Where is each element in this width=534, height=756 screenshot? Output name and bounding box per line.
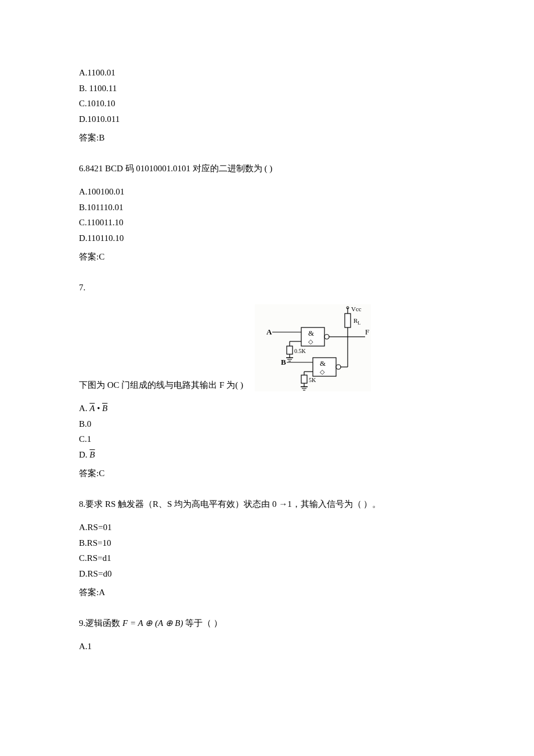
q8-option-a: A.RS=01 [79,521,455,534]
q9-stem: 9.逻辑函数 F = A ⊕ (A ⊕ B) 等于（ ） [79,617,455,630]
svg-point-9 [324,334,329,339]
diagram-vcc-label: Vcc [351,305,362,312]
q7-option-c: C.1 [79,433,455,446]
q6-answer: 答案:C [79,250,455,264]
q7-option-a-overline-b: B [102,404,107,413]
svg-rect-14 [287,346,293,354]
q7-stem-text: 下图为 OC 门组成的线与电路其输出 F 为( ) [79,379,243,392]
svg-text:◇: ◇ [320,368,325,375]
diagram-r1-label: 0.5K [294,348,306,354]
diagram-f-label: F [365,327,369,336]
q6-stem: 6.8421 BCD 码 01010001.0101 对应的二进制数为 ( ) [79,162,455,175]
diagram-r2-label: 5K [309,377,316,383]
q6-option-d: D.110110.10 [79,232,455,245]
q7-option-a-dot: • [95,404,102,413]
q5-option-b: B. 1100.11 [79,82,455,95]
q5-option-d: D.1010.011 [79,113,455,126]
q7-option-a: A. A • B [79,402,455,415]
q9-option-a: A.1 [79,640,455,653]
q7-option-d-overline-b: B [89,450,95,459]
svg-rect-3 [345,314,351,327]
q6-option-c: C.110011.10 [79,216,455,229]
q7-option-b: B.0 [79,417,455,431]
document-page: A.1100.01 B. 1100.11 C.1010.10 D.1010.01… [0,0,534,679]
q9-prefix: 9.逻辑函数 [79,618,120,628]
q5-option-c: C.1010.10 [79,97,455,110]
q7-option-a-prefix: A. [79,404,88,413]
diagram-gate1-symbol: & [308,329,314,337]
q7-number: 7. [79,281,455,294]
q7-stem-row: 下图为 OC 门组成的线与电路其输出 F 为( ) Vcc RL F & ◇ [79,304,455,391]
q7-circuit-diagram: Vcc RL F & ◇ A 0.5K [255,304,371,391]
q8-stem: 8.要求 RS 触发器（R、S 均为高电平有效）状态由 0 →1，其输入信号为（… [79,498,455,511]
q8-option-d: D.RS=d0 [79,567,455,581]
q6-option-a: A.100100.01 [79,185,455,199]
q7-answer: 答案:C [79,467,455,480]
diagram-b-label: B [281,358,286,366]
q6-option-b: B.101110.01 [79,201,455,214]
q8-answer: 答案:A [79,586,455,599]
svg-rect-26 [301,375,307,383]
q7-option-a-overline-a: A [89,404,95,413]
svg-point-21 [336,365,341,369]
q9-suffix: 等于（ ） [185,618,222,628]
q9-formula: F = A ⊕ (A ⊕ B) [122,618,183,628]
q7-option-d-prefix: D. [79,450,88,459]
q5-option-a: A.1100.01 [79,66,455,80]
q8-option-b: B.RS=10 [79,537,455,550]
q8-option-c: C.RS=d1 [79,552,455,565]
q5-answer: 答案:B [79,131,455,145]
svg-text:◇: ◇ [308,338,313,345]
diagram-gate2-symbol: & [320,359,326,368]
diagram-a-label: A [266,327,272,336]
q7-option-d: D. B [79,448,455,462]
